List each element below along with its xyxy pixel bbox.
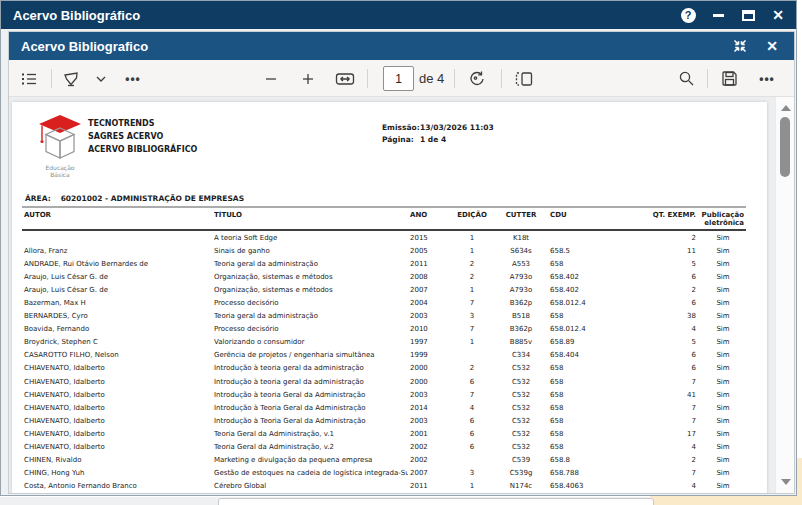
cell-autor: Bazerman, Max H	[22, 299, 214, 307]
cell-edicao: 3	[448, 312, 496, 320]
search-button[interactable]	[674, 66, 698, 92]
maximize-icon	[742, 10, 755, 21]
fit-width-button[interactable]	[333, 66, 357, 92]
cell-cdu: 658	[546, 312, 642, 320]
save-button[interactable]	[717, 66, 741, 92]
cell-titulo: Introdução à teoria geral da administraç…	[214, 364, 408, 372]
cell-autor: BERNARDES, Cyro	[22, 312, 214, 320]
cell-autor: CHIAVENATO, Idalberto	[22, 364, 214, 372]
cell-cdu: 658.5	[546, 247, 642, 255]
cell-cdu: 658.012.4	[546, 299, 642, 307]
cell-qt: 7	[642, 404, 700, 412]
logo-caption-line2: Básica	[36, 171, 84, 178]
table-row: CASAROTTO FILHO, NelsonGerência de proje…	[22, 349, 746, 362]
cell-ano: 2010	[408, 325, 448, 333]
cell-edicao: 6	[448, 430, 496, 438]
cell-cutter: K18t	[496, 234, 546, 242]
cell-qt: 2	[642, 234, 700, 242]
help-button[interactable]: ?	[678, 5, 698, 25]
more-options-button[interactable]: •••	[755, 66, 779, 92]
help-icon: ?	[681, 8, 696, 23]
table-row: ANDRADE, Rui Otávio Bernardes deTeoria g…	[22, 257, 746, 270]
scroll-up-icon[interactable]	[781, 105, 791, 111]
header-edicao: EDIÇÃO	[448, 211, 496, 219]
table-row: CHIAVENATO, IdalbertoIntrodução à Teoria…	[22, 414, 746, 427]
cell-qt: 7	[642, 417, 700, 425]
table-row: CHING, Hong YuhGestão de estoques na cad…	[22, 467, 746, 480]
cell-cutter: C532	[496, 378, 546, 386]
cell-autor: Broydrick, Stephen C	[22, 338, 214, 346]
cell-edicao: 1	[448, 338, 496, 346]
ellipsis-icon: •••	[125, 72, 141, 86]
cell-ano: 2000	[408, 364, 448, 372]
cell-qt: 7	[642, 469, 700, 477]
cell-edicao: 1	[448, 482, 496, 490]
cell-cutter: C532	[496, 443, 546, 451]
toolbar-separator	[51, 69, 52, 88]
cell-cdu: 658.402	[546, 273, 642, 281]
page-number-input[interactable]	[383, 66, 414, 91]
cell-qt: 4	[642, 325, 700, 333]
cell-edicao: 7	[448, 391, 496, 399]
cell-titulo: Organização, sistemas e métodos	[214, 273, 408, 281]
table-row: Araujo, Luis César G. deOrganização, sis…	[22, 283, 746, 296]
cell-edicao: 7	[448, 299, 496, 307]
vertical-scrollbar[interactable]	[775, 97, 794, 493]
chevron-down-icon	[96, 75, 106, 83]
cell-pub: Sim	[700, 247, 746, 255]
cell-titulo: Valorizando o consumidor	[214, 338, 408, 346]
highlighter-dropdown-button[interactable]	[89, 66, 113, 92]
collapse-button[interactable]	[730, 36, 750, 56]
close-button[interactable]: ✕	[768, 5, 788, 25]
minus-icon	[264, 72, 278, 86]
cell-cutter: B362p	[496, 299, 546, 307]
app-window: Acervo Bibliográfico ? ✕ Acervo Bibliogr…	[0, 0, 797, 496]
cell-titulo: Introdução à teoria Geral da Administraç…	[214, 391, 408, 399]
report-page: Educação Básica TECNOTRENDS SAGRES ACERV…	[12, 102, 767, 493]
page-view-button[interactable]	[512, 66, 536, 92]
plus-icon	[301, 72, 315, 86]
maximize-button[interactable]	[738, 5, 758, 25]
collapse-icon	[733, 39, 747, 53]
cell-titulo: Teoria geral da administração	[214, 312, 408, 320]
background-bottom-box	[218, 498, 654, 505]
cell-autor: CHIAVENATO, Idalberto	[22, 417, 214, 425]
cell-pub: Sim	[700, 404, 746, 412]
cell-titulo: Introdução à teoria geral da administraç…	[214, 378, 408, 386]
cell-cutter: C532	[496, 391, 546, 399]
minimize-icon	[713, 14, 724, 17]
emissao-value: 13/03/2026 11:03	[420, 122, 494, 134]
cell-pub: Sim	[700, 286, 746, 294]
zoom-out-button[interactable]	[259, 66, 283, 92]
cell-titulo: Processo decisório	[214, 299, 408, 307]
toc-button[interactable]	[17, 66, 41, 92]
rotate-button[interactable]	[465, 66, 489, 92]
more-tools-button[interactable]: •••	[121, 66, 145, 92]
cell-autor: Boavida, Fernando	[22, 325, 214, 333]
cell-titulo: Teoria Geral da Administração, v.2	[214, 443, 408, 451]
minimize-button[interactable]	[708, 5, 728, 25]
table-row: Araujo, Luis César G. deOrganização, sis…	[22, 270, 746, 283]
cell-titulo: Teoria geral da administração	[214, 260, 408, 268]
table-row: CHIAVENATO, IdalbertoIntrodução à teoria…	[22, 388, 746, 401]
cell-titulo: Processo decisório	[214, 325, 408, 333]
cell-qt: 38	[642, 312, 700, 320]
cell-cdu: 658	[546, 404, 642, 412]
pagina-label: Página:	[382, 134, 420, 146]
cell-cdu: 658.402	[546, 286, 642, 294]
cell-cdu: 658	[546, 443, 642, 451]
cell-ano: 2011	[408, 260, 448, 268]
cell-autor: Costa, Antonio Fernando Branco	[22, 482, 214, 490]
header-titulo: TÍTULO	[214, 211, 408, 219]
highlighter-button[interactable]	[59, 66, 83, 92]
scroll-down-icon[interactable]	[781, 479, 791, 485]
scrollbar-thumb[interactable]	[780, 117, 790, 177]
ellipsis-icon: •••	[759, 72, 775, 86]
cell-pub: Sim	[700, 482, 746, 490]
cell-titulo: A teoria Soft Edge	[214, 234, 408, 242]
child-close-button[interactable]: ✕	[762, 36, 782, 56]
zoom-in-button[interactable]	[296, 66, 320, 92]
toolbar-separator	[454, 69, 455, 88]
area-label: ÁREA:	[25, 194, 51, 203]
cell-pub: Sim	[700, 234, 746, 242]
